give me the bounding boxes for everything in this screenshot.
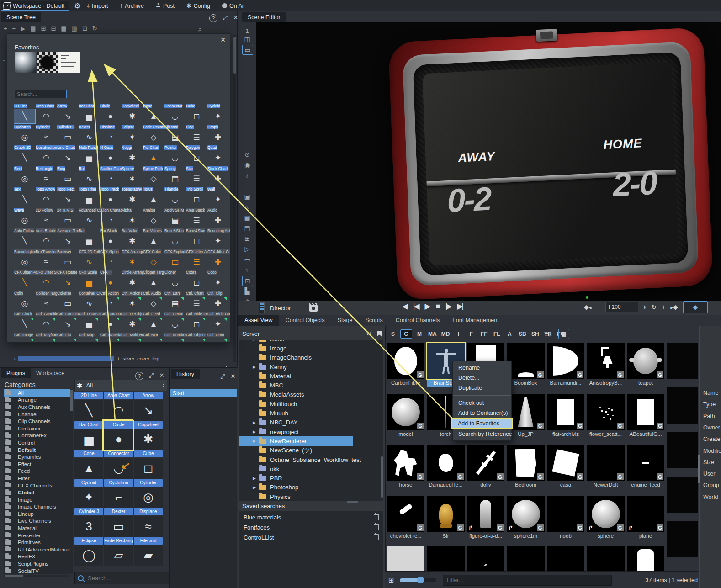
plugin-cell[interactable]: Spring▤ (164, 164, 186, 185)
letter-filter-md[interactable]: MD (440, 330, 451, 338)
asset-item-chevrolet-c-[interactable]: Gchevrolet+c... (387, 496, 424, 540)
asset-thumbnail[interactable]: G (627, 445, 664, 481)
plugin-cell[interactable]: Circle Arrange✱ (122, 268, 143, 289)
info-icon[interactable]: ◫ (242, 35, 252, 44)
key-prev-icon[interactable]: ◆◂ (584, 303, 592, 311)
favorite-material-checker[interactable] (37, 52, 58, 73)
plugin-cell[interactable]: Cube◻ (186, 102, 207, 123)
plugin-cell[interactable]: Spline Path◇ (143, 164, 164, 185)
menu-item-import[interactable]: ⤓Import (87, 2, 108, 10)
letter-filter-ma[interactable]: MA (427, 330, 438, 338)
plugin-cell[interactable]: Bar Value✱ (122, 227, 143, 248)
plugin-item-filecard[interactable]: Filecard▰ (134, 537, 163, 567)
tree-item-mediaassets[interactable]: MediaAssets (239, 390, 381, 399)
category-dynamics[interactable]: Dynamics (4, 453, 70, 461)
asset-thumbnail[interactable]: G (427, 496, 465, 532)
plugin-cell[interactable]: CFX Jitter Scale◠ (36, 268, 57, 289)
tree-item-octane-substance-workflow-test[interactable]: Octane_Substance_Workflow_test (239, 455, 381, 464)
category-aux-channels[interactable]: Aux Channels (4, 403, 70, 411)
saved-search-controllist[interactable]: ControLList (239, 532, 383, 542)
plugin-cell[interactable]: Clipper Target▲ (143, 268, 164, 289)
letter-filter-i[interactable]: I (453, 330, 464, 338)
plugin-cell[interactable]: CFX Jitter Color✚ (207, 248, 228, 269)
columns-scrollbar[interactable] (698, 455, 700, 483)
asset-thumbnail[interactable]: G (627, 394, 664, 430)
asset-item-figure-of-a-d-[interactable]: G↱figure-of-a-d... (467, 496, 504, 540)
plugin-cell[interactable]: Rect◎ (14, 164, 35, 185)
dialog-close-icon[interactable]: ✕ (220, 36, 226, 43)
close-icon[interactable]: ✕ (159, 372, 164, 380)
plugin-cell[interactable]: Audio✚ (207, 206, 228, 227)
categories-hscrollbar[interactable] (4, 575, 70, 577)
continue-button[interactable]: ▶| (457, 302, 462, 311)
category-lineup[interactable]: Lineup (4, 510, 70, 518)
plugin-item-cube[interactable]: Cube◻ (134, 450, 163, 479)
asset-item-noob[interactable]: Gnoob (547, 496, 584, 540)
plugin-cell[interactable]: Text╲ (14, 185, 35, 206)
camera-icon[interactable]: ◉ (242, 160, 252, 170)
category-rttadvancedmaterials[interactable]: RTTAdvancedMaterials (4, 546, 70, 553)
asset-thumbnail[interactable]: G↱ (467, 496, 504, 532)
tree-item-kenny[interactable]: ▶Kenny (239, 362, 381, 371)
plugin-cell[interactable]: Scatter Chart◔ (100, 164, 121, 185)
server-tree-scrollbar[interactable] (381, 340, 383, 501)
letter-filter-sb[interactable]: SB (517, 330, 528, 338)
thumbnail-size-slider[interactable] (400, 578, 436, 582)
letter-filter-g[interactable]: G (400, 329, 412, 339)
scene-tree-scrollbar[interactable] (233, 35, 236, 362)
tab-control-channels[interactable]: Control Channels (389, 315, 446, 326)
plugin-cell[interactable]: Ctrl. Clock╲ (14, 310, 35, 331)
plugin-item-cone[interactable]: Cone▲ (74, 450, 103, 479)
plugin-cell[interactable]: Area Chart◠ (36, 102, 57, 123)
plugin-item-fade-rectangle[interactable]: Fade Rectangle▱ (104, 537, 133, 567)
asset-item-carbonfibre[interactable]: GCarbonFibre (387, 343, 424, 387)
asset-thumbnail[interactable]: G (547, 394, 584, 430)
plugin-item-area-chart[interactable]: Area Chart◠ (104, 392, 133, 421)
plugin-cell[interactable]: Colin◎ (14, 289, 35, 310)
plugin-item-cycloid[interactable]: Cycloid✦ (74, 479, 103, 509)
workspace-gear-icon[interactable]: ⚙ (74, 1, 80, 10)
category-presenter[interactable]: Presenter (4, 532, 70, 539)
plugin-cell[interactable]: Ctrl. Map∿ (79, 331, 100, 343)
plugin-cell[interactable]: Wall✦ (207, 185, 228, 206)
category-containerfx[interactable]: ContainerFx (4, 432, 70, 440)
plugin-cell[interactable]: Bar▅ (79, 227, 100, 248)
hs-icon[interactable]: ▦ (242, 213, 252, 222)
tree-view-icon[interactable]: ▦ (61, 25, 66, 34)
category-realfx[interactable]: RealFX (4, 553, 70, 561)
asset-item-horse[interactable]: Ghorse (387, 445, 424, 488)
plugin-cell[interactable]: CFX Arrange✶ (122, 248, 143, 269)
plugin-cell[interactable]: Bone&Skin◻ (186, 227, 207, 248)
category-arrange[interactable]: Arrange (4, 397, 70, 404)
trash-icon[interactable] (374, 524, 379, 530)
plugin-cell[interactable]: Filecard▤ (164, 123, 186, 144)
plugin-cell[interactable]: Line Chart↘ (57, 143, 78, 164)
asset-thumbnail[interactable]: G (427, 445, 465, 481)
expand-icon[interactable]: ⤢ (220, 373, 225, 380)
tree-item-photoshop[interactable]: ▶Photoshop (239, 483, 381, 492)
category-container[interactable]: Container (4, 425, 70, 432)
add-view-icon[interactable]: ⊞ (242, 234, 252, 243)
asset-filter-input[interactable] (443, 575, 612, 586)
sort-icon[interactable]: ≡↓ (545, 331, 551, 338)
plugin-cell[interactable]: Area Stack☰ (186, 206, 207, 227)
select-tool-icon[interactable]: ▭ (242, 45, 253, 55)
plugin-cell[interactable]: Flag☰ (186, 123, 207, 144)
plugin-cell[interactable]: Alpha✶ (122, 206, 143, 227)
grid-snap-icon[interactable]: ⊡ (242, 276, 253, 286)
plugin-cell[interactable]: Ctrl. Bars▤ (164, 289, 186, 310)
tree-item-muuuh[interactable]: Muuuh (239, 408, 381, 418)
expand-arrow-icon[interactable]: ▶ (253, 420, 259, 425)
asset-thumbnail[interactable]: G (467, 445, 504, 481)
tab-stage[interactable]: Stage (331, 315, 359, 326)
plugin-cell[interactable]: Browser▭ (57, 248, 78, 269)
asset-item-damagedhe-[interactable]: GDamagedHe... (427, 445, 465, 488)
plugin-cell[interactable]: Ctrl. Number▤ (164, 331, 186, 343)
plugin-cell[interactable]: Apply SHM▤ (164, 206, 186, 227)
splitter-grip[interactable] (347, 501, 358, 503)
stop-button[interactable]: ■ (436, 302, 439, 311)
category-effect[interactable]: Effect (4, 461, 70, 468)
asset-item-plane[interactable]: G↱plane (627, 496, 664, 540)
zoom-in-button[interactable]: + (662, 303, 665, 311)
category-gfx-channels[interactable]: GFX Channels (4, 482, 70, 489)
